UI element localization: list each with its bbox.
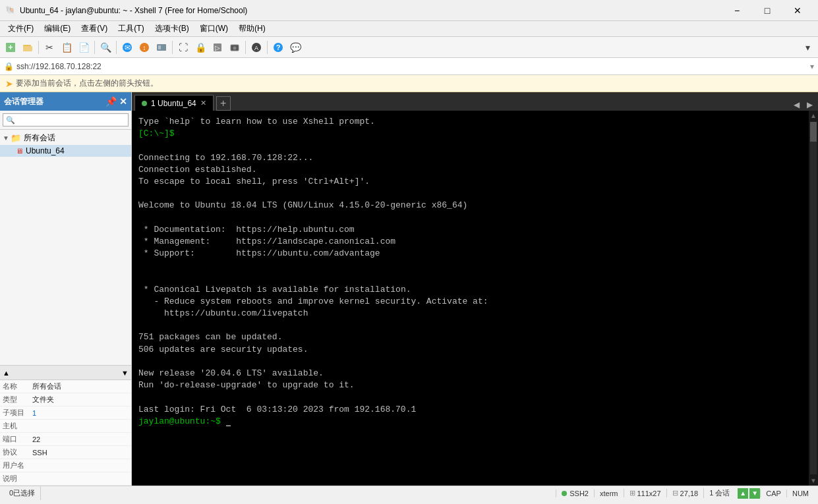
tab-label: 1 Ubuntu_64 (151, 99, 196, 108)
menu-bar: 文件(F) 编辑(E) 查看(V) 工具(T) 选项卡(B) 窗口(W) 帮助(… (0, 21, 818, 37)
status-cap: CAP (760, 490, 786, 497)
status-sessions: 1 会话 (703, 488, 735, 498)
selection-count: 0已选择 (9, 488, 35, 498)
menu-window[interactable]: 窗口(W) (194, 22, 233, 36)
menu-help[interactable]: 帮助(H) (233, 22, 271, 36)
session-manager-sidebar: 会话管理器 📌 ✕ ▼ 📁 所有会话 🖥 Ubuntu_64 ▲ ▼ (0, 92, 132, 486)
prop-key-name: 名称 (0, 380, 30, 393)
ssh-protocol: SSH2 (570, 490, 589, 497)
session-tree: ▼ 📁 所有会话 🖥 Ubuntu_64 (0, 130, 131, 365)
session-prev-button[interactable]: ▲ (738, 488, 748, 499)
find-button[interactable]: 🔍 (98, 40, 113, 55)
folder-icon: 📁 (11, 133, 21, 143)
menu-edit[interactable]: 编辑(E) (39, 22, 76, 36)
info-arrow-icon: ➤ (5, 78, 13, 89)
session-props-button[interactable] (154, 40, 169, 55)
cut-button[interactable]: ✂ (42, 40, 57, 55)
toolbar: + ✂ 📋 📄 🔍 ✉ ↕ ⛶ 🔒 ▷ A ? 💬 ▾ (0, 37, 818, 58)
new-session-button[interactable]: + (3, 40, 18, 55)
svg-text:↕: ↕ (143, 44, 146, 51)
toolbar-separator-2 (94, 41, 95, 54)
help-button[interactable]: ? (270, 40, 286, 55)
svg-rect-3 (23, 46, 32, 51)
open-button[interactable] (20, 40, 36, 55)
prop-row-name: 名称 所有会话 (0, 380, 131, 393)
session-icon: 🖥 (16, 147, 23, 155)
prop-val-username (30, 459, 131, 472)
dimensions-text: 111x27 (637, 490, 661, 497)
tab-prev-button[interactable]: ◀ (790, 99, 802, 111)
terminal-inner: Type `help` to learn how to use Xshell p… (132, 111, 818, 486)
svg-text:A: A (254, 45, 258, 51)
maximize-button[interactable]: □ (752, 0, 782, 21)
prop-val-name: 所有会话 (30, 380, 131, 393)
tab-close-button[interactable]: ✕ (200, 99, 206, 107)
svg-text:✉: ✉ (125, 43, 131, 51)
lock-icon: 🔒 (4, 62, 14, 71)
tree-item-all-sessions[interactable]: ▼ 📁 所有会话 (0, 131, 131, 145)
sidebar-header: 会话管理器 📌 ✕ (0, 92, 131, 111)
terminal-container: 1 Ubuntu_64 ✕ + ◀ ▶ Type `help` to learn… (132, 92, 818, 486)
terminal-output[interactable]: Type `help` to learn how to use Xshell p… (132, 111, 809, 486)
svg-point-13 (233, 46, 237, 49)
info-bar: ➤ 要添加当前会话，点击左侧的箭头按钮。 (0, 75, 818, 92)
scroll-track[interactable] (810, 122, 817, 474)
transfer-button[interactable]: ↕ (136, 40, 152, 55)
session-nav-arrows: ▲ ▼ (738, 488, 760, 499)
terminal-tab-ubuntu64[interactable]: 1 Ubuntu_64 ✕ (134, 95, 214, 111)
prop-val-protocol: SSH (30, 446, 131, 459)
lock-button[interactable]: 🔒 (192, 40, 208, 55)
sidebar-search-input[interactable] (3, 113, 129, 126)
chat-button[interactable]: 💬 (287, 40, 303, 55)
sidebar-pin-button[interactable]: 📌 (105, 96, 117, 107)
menu-view[interactable]: 查看(V) (76, 22, 113, 36)
prop-row-port: 端口 22 (0, 433, 131, 446)
menu-tabs[interactable]: 选项卡(B) (150, 22, 194, 36)
status-ssh: SSH2 (556, 490, 594, 497)
properties-header: ▲ ▼ (0, 366, 131, 380)
menu-file[interactable]: 文件(F) (3, 22, 39, 36)
add-tab-button[interactable]: + (216, 96, 231, 111)
close-button[interactable]: ✕ (782, 0, 813, 21)
prop-row-type: 类型 文件夹 (0, 393, 131, 406)
main-area: 会话管理器 📌 ✕ ▼ 📁 所有会话 🖥 Ubuntu_64 ▲ ▼ (0, 92, 818, 486)
toolbar-collapse-button[interactable]: ▾ (800, 40, 815, 55)
svg-text:+: + (8, 43, 13, 52)
sessions-count: 1 会话 (709, 488, 730, 498)
fullscreen-button[interactable]: ⛶ (175, 40, 191, 55)
window-controls: − □ ✕ (722, 0, 813, 21)
compose-button[interactable]: ✉ (119, 40, 135, 55)
prop-key-host: 主机 (0, 420, 30, 433)
scroll-down-button[interactable]: ▼ (809, 476, 818, 486)
screenshot-button[interactable] (227, 40, 243, 55)
toolbar-separator-6 (267, 41, 268, 54)
status-bar: 0已选择 SSH2 xterm ⊞ 111x27 ⊟ 27,18 1 会话 ▲ … (0, 486, 818, 500)
dimensions-icon: ⊞ (629, 489, 635, 497)
menu-tools[interactable]: 工具(T) (113, 22, 149, 36)
script-button[interactable]: ▷ (210, 40, 225, 55)
encoding-text: xterm (600, 490, 618, 497)
prop-key-notes: 说明 (0, 472, 30, 486)
minimize-button[interactable]: − (722, 0, 752, 21)
prop-scroll-down[interactable]: ▼ (121, 369, 129, 377)
prop-scroll-up[interactable]: ▲ (3, 369, 10, 377)
title-bar-text: Ubuntu_64 - jaylan@ubuntu: ~ - Xshell 7 … (20, 6, 722, 15)
prop-val-host (30, 420, 131, 433)
scroll-thumb[interactable] (810, 122, 817, 142)
sidebar-close-button[interactable]: ✕ (119, 96, 127, 107)
copy-button[interactable]: 📋 (59, 40, 74, 55)
scroll-up-button[interactable]: ▲ (809, 111, 818, 121)
tab-next-button[interactable]: ▶ (803, 99, 815, 111)
num-indicator: NUM (792, 490, 809, 497)
color-scheme-btn[interactable]: A (248, 40, 264, 55)
terminal-scrollbar: ▲ ▼ (809, 111, 818, 486)
prop-val-notes (30, 472, 131, 486)
cap-indicator: CAP (766, 490, 781, 497)
prop-val-children: 1 (30, 406, 131, 420)
paste-button[interactable]: 📄 (76, 40, 92, 55)
svg-text:▷: ▷ (215, 44, 220, 51)
status-encoding: xterm (594, 490, 624, 497)
session-next-button[interactable]: ▼ (749, 488, 760, 499)
tree-item-ubuntu64[interactable]: 🖥 Ubuntu_64 (0, 145, 131, 157)
address-dropdown-icon[interactable]: ▾ (810, 62, 814, 71)
